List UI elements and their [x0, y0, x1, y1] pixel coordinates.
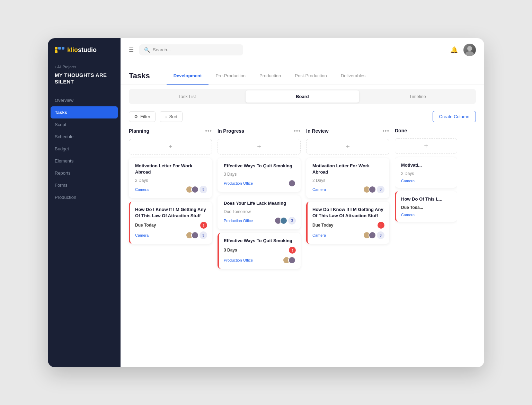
add-card-planning[interactable]: + — [129, 139, 212, 155]
column-header-in-progress: In Progress ••• — [218, 126, 301, 135]
card-ip2-tag: Production Office — [224, 219, 253, 223]
phase-tab-post-production[interactable]: Post-Production — [288, 68, 334, 85]
sidebar-item-forms[interactable]: Forms — [48, 179, 121, 191]
hamburger-icon[interactable]: ☰ — [129, 46, 134, 53]
phase-tab-pre-production[interactable]: Pre-Production — [209, 68, 252, 85]
card-p2[interactable]: How Do I Know If I M Getting Any Of This… — [129, 202, 212, 244]
column-header-done: Done — [395, 126, 457, 135]
phase-tabs: Development Pre-Production Production Po… — [167, 68, 476, 85]
logo-dot-4 — [55, 50, 57, 53]
card-ir2-title: How Do I Know If I M Getting Any Of This… — [312, 206, 384, 219]
add-card-in-review[interactable]: + — [306, 139, 389, 155]
column-in-review: In Review ••• + Motivation Letter For Wo… — [306, 126, 389, 362]
sidebar-item-budget[interactable]: Budget — [48, 143, 121, 155]
logo-text: kliostudio — [67, 46, 97, 54]
card-ip2-due: Due Tomorrow — [224, 209, 296, 214]
card-ir1-avatar-2 — [369, 186, 376, 193]
sidebar-item-production[interactable]: Production — [48, 191, 121, 203]
logo-dot-2 — [58, 47, 61, 50]
page-header: Tasks Development Pre-Production Product… — [121, 62, 484, 85]
topbar: ☰ 🔍 🔔 — [121, 38, 484, 62]
card-d1-tag: Camera — [401, 179, 415, 183]
card-ip2[interactable]: Does Your Life Lack Meaning Due Tomorrow… — [218, 195, 301, 229]
logo-icon — [55, 47, 64, 53]
sidebar-item-schedule[interactable]: Schedule — [48, 131, 121, 143]
view-tab-task-list[interactable]: Task List — [130, 90, 244, 103]
card-ir1-title: Motivation Letter For Work Abroad — [312, 163, 384, 175]
phase-tab-deliverables[interactable]: Deliverables — [334, 68, 373, 85]
topbar-right: 🔔 — [450, 44, 476, 56]
add-card-done[interactable]: + — [395, 138, 457, 154]
column-more-planning[interactable]: ••• — [205, 128, 212, 134]
logo-dot-3 — [62, 47, 64, 50]
card-p1-footer: Camera 3 — [135, 186, 207, 193]
view-tab-timeline[interactable]: Timeline — [361, 90, 475, 103]
card-ip1[interactable]: Effective Ways To Quit Smoking 3 Days Pr… — [218, 158, 301, 192]
card-ip2-count: 3 — [288, 217, 296, 224]
column-title-planning: Planning — [129, 128, 149, 134]
sidebar-navigation: Overview Tasks Script Schedule Budget El… — [48, 94, 121, 367]
sidebar: kliostudio ‹ All Projects MY THOUGHTS AR… — [48, 38, 121, 367]
logo: kliostudio — [48, 38, 121, 61]
card-d2-footer: Camera — [401, 213, 452, 217]
filter-label: Filter — [140, 114, 150, 119]
sidebar-item-script[interactable]: Script — [48, 118, 121, 131]
search-box[interactable]: 🔍 — [139, 44, 243, 55]
column-done: Done + Motivati... 2 Days Camera How Do … — [395, 126, 457, 362]
column-more-in-progress[interactable]: ••• — [294, 128, 301, 134]
column-in-progress: In Progress ••• + Effective Ways To Quit… — [218, 126, 301, 362]
card-ip3-due: 3 Days — [224, 248, 237, 253]
filter-icon: ⚙ — [134, 114, 138, 119]
bell-icon[interactable]: 🔔 — [450, 46, 458, 54]
card-ir1[interactable]: Motivation Letter For Work Abroad 2 Days… — [306, 158, 389, 198]
add-card-in-progress[interactable]: + — [218, 139, 301, 155]
card-ir2-count: 3 — [377, 231, 384, 239]
view-tab-board[interactable]: Board — [246, 90, 360, 103]
sidebar-item-reports[interactable]: Reports — [48, 167, 121, 179]
card-d1-footer: Camera — [401, 179, 452, 183]
card-ir2-avatars: 3 — [363, 231, 384, 239]
phase-tab-production[interactable]: Production — [252, 68, 288, 85]
sidebar-item-overview[interactable]: Overview — [48, 94, 121, 106]
app-container: kliostudio ‹ All Projects MY THOUGHTS AR… — [48, 38, 484, 367]
column-title-done: Done — [395, 128, 407, 133]
card-ir1-due: 2 Days — [312, 178, 384, 183]
create-column-button[interactable]: Create Column — [433, 111, 476, 122]
column-more-in-review[interactable]: ••• — [382, 128, 389, 134]
sidebar-item-tasks[interactable]: Tasks — [51, 106, 118, 118]
sidebar-item-elements[interactable]: Elements — [48, 155, 121, 167]
avatar-image — [463, 44, 476, 56]
card-p2-title: How Do I Know If I M Getting Any Of This… — [135, 206, 207, 219]
column-title-in-progress: In Progress — [218, 128, 244, 134]
card-d1[interactable]: Motivati... 2 Days Camera — [395, 157, 457, 188]
sort-button[interactable]: ↕ Sort — [160, 111, 183, 122]
card-ip3[interactable]: Effective Ways To Quit Smoking 3 Days ! … — [218, 233, 301, 269]
card-ip2-footer: Production Office 3 — [224, 217, 296, 224]
card-ir1-count: 3 — [377, 186, 384, 193]
column-planning: Planning ••• + Motivation Letter For Wor… — [129, 126, 212, 362]
card-ip3-footer: Production Office — [224, 256, 296, 264]
card-ir2[interactable]: How Do I Know If I M Getting Any Of This… — [306, 202, 389, 244]
card-d2-tag: Camera — [401, 213, 415, 217]
card-p1-count: 3 — [200, 186, 207, 193]
back-link-label: All Projects — [57, 65, 76, 69]
search-input[interactable] — [153, 47, 238, 52]
main-content: ☰ 🔍 🔔 Tasks — [121, 38, 484, 367]
card-p2-footer: Camera 3 — [135, 231, 207, 239]
card-ip3-avatar-2 — [288, 256, 296, 264]
card-ir2-tag: Camera — [312, 233, 326, 237]
card-ir1-footer: Camera 3 — [312, 186, 384, 193]
back-link[interactable]: ‹ All Projects — [55, 65, 114, 69]
card-ip2-avatar-2 — [280, 217, 287, 224]
card-ir2-due: Due Today — [312, 223, 333, 228]
filter-button[interactable]: ⚙ Filter — [129, 111, 156, 122]
card-p1[interactable]: Motivation Letter For Work Abroad 2 Days… — [129, 158, 212, 198]
avatar[interactable] — [463, 44, 476, 56]
svg-point-1 — [466, 51, 474, 56]
card-ip2-avatars: 3 — [274, 217, 296, 224]
phase-tab-development[interactable]: Development — [167, 68, 209, 85]
card-d2[interactable]: How Do Of This L... Due Toda... Camera — [395, 191, 457, 222]
card-p1-tag: Camera — [135, 187, 149, 192]
toolbar: ⚙ Filter ↕ Sort Create Column — [121, 108, 484, 126]
card-d1-title: Motivati... — [401, 162, 452, 168]
